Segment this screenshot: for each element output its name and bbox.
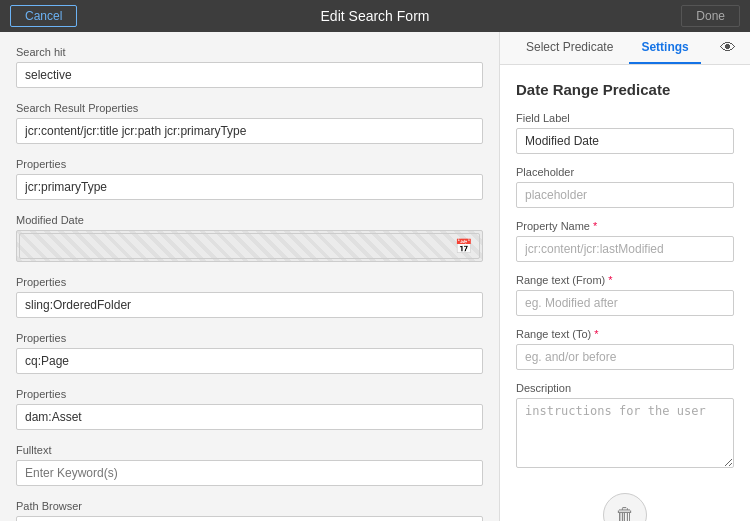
input-search-result-props[interactable] (16, 118, 483, 144)
label-search-hit: Search hit (16, 46, 483, 58)
field-group-modified-date: Modified Date 📅 (16, 214, 483, 262)
label-path-browser: Path Browser (16, 500, 483, 512)
label-description: Description (516, 382, 734, 394)
right-content: Date Range Predicate Field Label Placeho… (500, 65, 750, 521)
label-modified-date: Modified Date (16, 214, 483, 226)
field-group-properties-4: Properties (16, 388, 483, 430)
calendar-icon[interactable]: 📅 (455, 238, 472, 254)
field-group-path-browser: Path Browser (16, 500, 483, 521)
date-field-wrapper: 📅 (19, 233, 480, 259)
form-field-range-to: Range text (To) * (516, 328, 734, 370)
input-properties-4[interactable] (16, 404, 483, 430)
field-group-properties-2: Properties (16, 276, 483, 318)
input-placeholder[interactable] (516, 182, 734, 208)
label-fulltext: Fulltext (16, 444, 483, 456)
right-panel: Select Predicate Settings 👁 Date Range P… (500, 32, 750, 521)
input-field-label[interactable] (516, 128, 734, 154)
form-field-field-label: Field Label (516, 112, 734, 154)
field-group-fulltext: Fulltext (16, 444, 483, 486)
label-field-label: Field Label (516, 112, 734, 124)
label-properties-1: Properties (16, 158, 483, 170)
label-properties-4: Properties (16, 388, 483, 400)
section-title: Date Range Predicate (516, 81, 734, 98)
label-range-from: Range text (From) * (516, 274, 734, 286)
done-button[interactable]: Done (681, 5, 740, 27)
trash-icon: 🗑 (615, 504, 635, 522)
form-field-placeholder: Placeholder (516, 166, 734, 208)
label-range-to: Range text (To) * (516, 328, 734, 340)
field-group-properties-1: Properties (16, 158, 483, 200)
required-marker-property-name: * (593, 220, 597, 232)
label-properties-3: Properties (16, 332, 483, 344)
tabs: Select Predicate Settings 👁 (500, 32, 750, 65)
required-marker-range-to: * (594, 328, 598, 340)
input-range-from[interactable] (516, 290, 734, 316)
tab-settings[interactable]: Settings (629, 32, 700, 64)
label-placeholder: Placeholder (516, 166, 734, 178)
form-field-range-from: Range text (From) * (516, 274, 734, 316)
form-field-description: Description (516, 382, 734, 471)
cancel-button[interactable]: Cancel (10, 5, 77, 27)
label-properties-2: Properties (16, 276, 483, 288)
input-range-to[interactable] (516, 344, 734, 370)
input-properties-1[interactable] (16, 174, 483, 200)
field-group-search-hit: Search hit (16, 46, 483, 88)
textarea-description[interactable] (516, 398, 734, 468)
input-properties-3[interactable] (16, 348, 483, 374)
input-properties-2[interactable] (16, 292, 483, 318)
main-layout: Search hit Search Result Properties Prop… (0, 32, 750, 521)
input-modified-date[interactable] (19, 233, 480, 259)
delete-area: 🗑 (516, 483, 734, 521)
input-property-name[interactable] (516, 236, 734, 262)
tab-select-predicate[interactable]: Select Predicate (514, 32, 625, 64)
delete-button[interactable]: 🗑 (603, 493, 647, 521)
input-path-browser[interactable] (16, 516, 483, 521)
header: Cancel Edit Search Form Done (0, 0, 750, 32)
eye-icon[interactable]: 👁 (720, 39, 736, 57)
date-input-wrapper: 📅 (16, 230, 483, 262)
left-panel: Search hit Search Result Properties Prop… (0, 32, 500, 521)
form-field-property-name: Property Name * (516, 220, 734, 262)
label-property-name: Property Name * (516, 220, 734, 232)
input-search-hit[interactable] (16, 62, 483, 88)
required-marker-range-from: * (608, 274, 612, 286)
field-group-search-result-props: Search Result Properties (16, 102, 483, 144)
page-title: Edit Search Form (321, 8, 430, 24)
input-fulltext[interactable] (16, 460, 483, 486)
label-search-result-props: Search Result Properties (16, 102, 483, 114)
field-group-properties-3: Properties (16, 332, 483, 374)
